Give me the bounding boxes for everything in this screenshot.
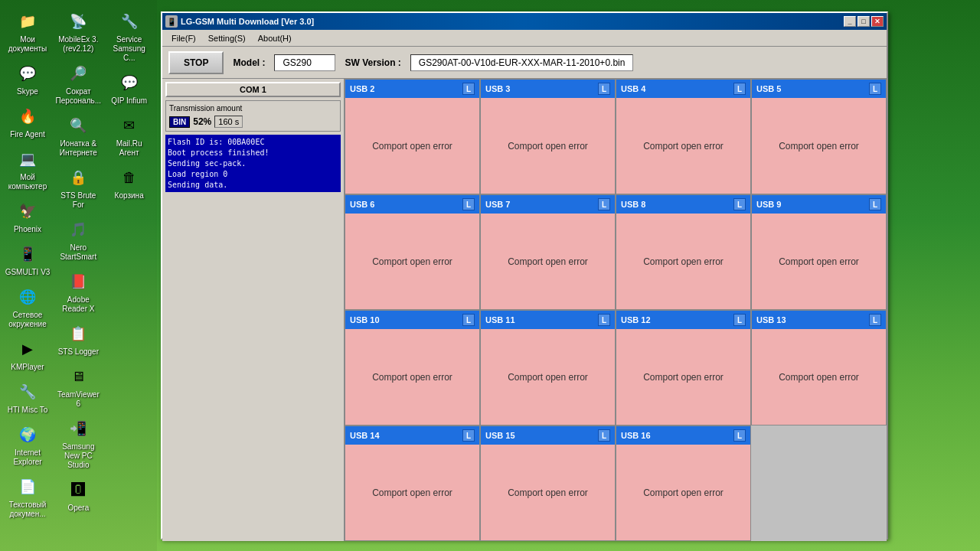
time-value: 160 s bbox=[214, 116, 243, 128]
usb-error-usb4: Comport open error bbox=[643, 141, 724, 152]
menu-setting[interactable]: Setting(S) bbox=[202, 32, 252, 44]
desktop-icon-samsung[interactable]: 📲 Samsung New PC Studio bbox=[54, 413, 103, 473]
usb-body-usb5: Comport open error bbox=[752, 98, 886, 194]
usb-l-button-usb11[interactable]: L bbox=[598, 314, 610, 326]
usb-l-button-usb13[interactable]: L bbox=[869, 314, 881, 326]
menu-bar: File(F) Setting(S) About(H) bbox=[162, 30, 887, 47]
model-label: Model : bbox=[233, 57, 265, 68]
usb-error-usb7: Comport open error bbox=[508, 256, 588, 267]
usb-l-button-usb4[interactable]: L bbox=[733, 83, 746, 95]
usb-error-usb3: Comport open error bbox=[508, 141, 588, 152]
usb-error-usb15: Comport open error bbox=[508, 487, 588, 498]
gsmulti-icon: 📱 bbox=[15, 242, 40, 266]
usb-body-usb13: Comport open error bbox=[752, 329, 886, 425]
usb-body-usb16: Comport open error bbox=[616, 445, 750, 540]
text-doc-icon: 📄 bbox=[15, 474, 40, 499]
usb-cell-usb15: USB 15 L Comport open error bbox=[480, 425, 616, 541]
usb-header-usb14: USB 14 L bbox=[345, 426, 479, 445]
sw-label: SW Version : bbox=[345, 57, 400, 68]
window-title: LG-GSM Multi Download [Ver 3.0] bbox=[181, 17, 844, 26]
desktop-icon-ionatka[interactable]: 🔍 Ионатка & Интернете bbox=[54, 110, 103, 161]
desktop-icon-teamviewer[interactable]: 🖥 TeamViewer 6 bbox=[54, 361, 103, 412]
desktop-icon-skype[interactable]: 💬 Skype bbox=[3, 58, 52, 99]
usb-body-usb4: Comport open error bbox=[616, 98, 750, 194]
menu-about[interactable]: About(H) bbox=[252, 32, 298, 44]
nero-icon: 🎵 bbox=[66, 217, 90, 242]
ie-icon: 🌍 bbox=[15, 422, 40, 447]
stop-button[interactable]: STOP bbox=[168, 51, 224, 74]
usb-header-usb7: USB 7 L bbox=[481, 195, 615, 214]
usb-l-button-usb2[interactable]: L bbox=[462, 83, 475, 95]
desktop-icon-sts-logger[interactable]: 📋 STS Logger bbox=[54, 318, 103, 360]
desktop-icon-my-pc[interactable]: 💻 Мой компьютер bbox=[3, 144, 52, 194]
kmplayer-label: KMPlayer bbox=[11, 363, 44, 372]
usb-body-usb8: Comport open error bbox=[616, 214, 750, 309]
usb-l-button-usb16[interactable]: L bbox=[733, 429, 746, 442]
usb-header-usb10: USB 10 L bbox=[345, 311, 479, 329]
close-button[interactable]: ✕ bbox=[871, 16, 884, 27]
my-pc-icon: 💻 bbox=[15, 147, 40, 171]
usb-l-button-usb12[interactable]: L bbox=[733, 314, 746, 326]
usb-l-button-usb10[interactable]: L bbox=[462, 314, 475, 326]
sts-logger-label: STS Logger bbox=[58, 347, 99, 357]
desktop-icon-opera[interactable]: 🅾 Opera bbox=[54, 474, 103, 516]
desktop-icon-ie[interactable]: 🌍 Internet Explorer bbox=[3, 419, 52, 470]
title-bar: 📱 LG-GSM Multi Download [Ver 3.0] _ □ ✕ bbox=[162, 13, 887, 30]
samsung-icon: 📲 bbox=[66, 416, 90, 441]
adobe-icon: 📕 bbox=[66, 269, 90, 294]
mobileex-label: MobileEx 3. (rev2.12) bbox=[55, 35, 101, 54]
desktop-icon-trash[interactable]: 🗑 Корзина bbox=[105, 162, 154, 204]
ionatka-icon: 🔍 bbox=[66, 113, 90, 138]
com1-panel: COM 1 Transmission amount BIN 52% 160 s … bbox=[162, 79, 345, 541]
maximize-button[interactable]: □ bbox=[858, 16, 870, 27]
usb-l-button-usb6[interactable]: L bbox=[462, 198, 475, 210]
usb-error-usb8: Comport open error bbox=[643, 256, 724, 267]
hti-icon: 🔧 bbox=[15, 380, 40, 404]
sokrat-icon: 🔎 bbox=[66, 61, 90, 86]
opera-icon: 🅾 bbox=[66, 478, 90, 502]
desktop-icon-sts[interactable]: 🔒 STS Brute For bbox=[54, 162, 103, 213]
usb-cell-usb2: USB 2 L Comport open error bbox=[345, 79, 480, 194]
usb-header-usb13: USB 13 L bbox=[752, 311, 886, 329]
desktop-icon-kmplayer[interactable]: ▶ KMPlayer bbox=[3, 334, 52, 375]
nero-label: Nero StartSmart bbox=[55, 243, 101, 262]
desktop-icon-qip[interactable]: 💬 QIP Infium bbox=[105, 67, 154, 109]
sts-label: STS Brute For bbox=[55, 191, 101, 210]
usb-body-usb11: Comport open error bbox=[481, 329, 615, 425]
desktop-icon-adobe[interactable]: 📕 Adobe Reader X bbox=[54, 266, 103, 317]
desktop-icon-gsmulti[interactable]: 📱 GSMULTI V3 bbox=[3, 239, 52, 280]
desktop-icon-text-doc[interactable]: 📄 Текстовый докумен... bbox=[3, 471, 52, 522]
usb-body-usb12: Comport open error bbox=[616, 329, 750, 425]
minimize-button[interactable]: _ bbox=[844, 16, 856, 27]
desktop-icon-nero[interactable]: 🎵 Nero StartSmart bbox=[54, 214, 103, 265]
desktop-icon-service-sc[interactable]: 🔧 Service Samsung C... bbox=[105, 6, 154, 66]
desktop-icon-mailru[interactable]: ✉ Mail.Ru Агент bbox=[105, 110, 154, 161]
usb-l-button-usb3[interactable]: L bbox=[598, 83, 610, 95]
sw-value: GS290AT-00-V10d-EUR-XXX-MAR-11-2010+0.bi… bbox=[410, 54, 634, 71]
desktop-icon-mobileex[interactable]: 📡 MobileEx 3. (rev2.12) bbox=[54, 6, 103, 57]
usb-cell-usb4: USB 4 L Comport open error bbox=[616, 79, 751, 194]
teamviewer-label: TeamViewer 6 bbox=[55, 390, 101, 409]
app-window: 📱 LG-GSM Multi Download [Ver 3.0] _ □ ✕ … bbox=[161, 11, 888, 540]
desktop: 📁 Мои документы 💬 Skype 🔥 Fire Agent 💻 М… bbox=[0, 0, 980, 551]
usb-body-usb2: Comport open error bbox=[345, 98, 479, 194]
sokrat-label: Сократ Персональ... bbox=[55, 87, 101, 106]
desktop-icon-sokrat[interactable]: 🔎 Сократ Персональ... bbox=[54, 58, 103, 109]
ie-label: Internet Explorer bbox=[5, 448, 51, 467]
mobileex-icon: 📡 bbox=[66, 9, 90, 34]
menu-file[interactable]: File(F) bbox=[165, 32, 202, 44]
usb-l-button-usb5[interactable]: L bbox=[869, 83, 881, 95]
usb-body-usb9: Comport open error bbox=[752, 214, 886, 309]
service-sc-label: Service Samsung C... bbox=[106, 35, 152, 63]
desktop-icon-hti[interactable]: 🔧 HTI Misc To bbox=[3, 377, 52, 418]
usb-l-button-usb8[interactable]: L bbox=[733, 198, 746, 210]
usb-l-button-usb9[interactable]: L bbox=[869, 198, 881, 210]
desktop-icon-phoenix[interactable]: 🦅 Phoenix bbox=[3, 196, 52, 237]
desktop-icon-my-docs[interactable]: 📁 Мои документы bbox=[3, 6, 52, 57]
usb-l-button-usb15[interactable]: L bbox=[598, 429, 610, 442]
usb-l-button-usb14[interactable]: L bbox=[462, 429, 475, 442]
usb-l-button-usb7[interactable]: L bbox=[598, 198, 610, 210]
usb-label-usb8: USB 8 bbox=[621, 200, 733, 209]
desktop-icon-network[interactable]: 🌐 Сетевое окружение bbox=[3, 282, 52, 332]
desktop-icon-fire-agent[interactable]: 🔥 Fire Agent bbox=[3, 101, 52, 142]
